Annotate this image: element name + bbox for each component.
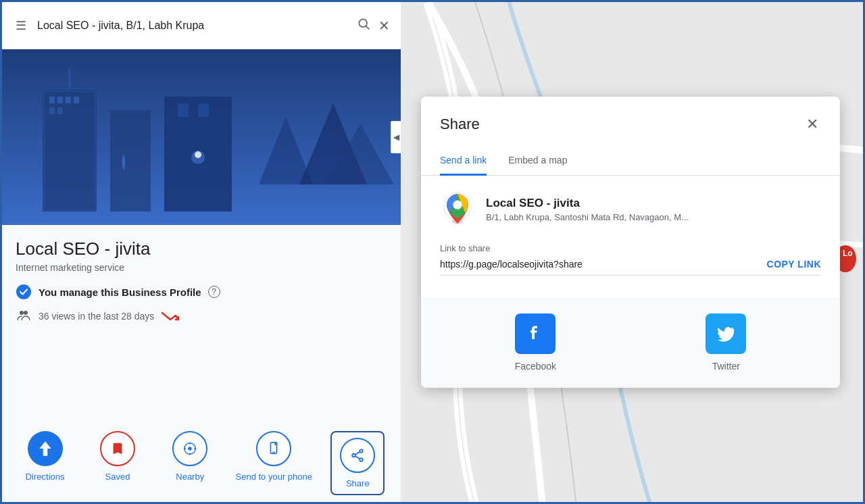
verified-badge-icon — [16, 284, 32, 300]
search-bar: ☰ ✕ — [2, 2, 401, 49]
svg-point-28 — [188, 447, 192, 451]
facebook-label: Facebook — [515, 361, 556, 372]
twitter-label: Twitter — [712, 361, 740, 372]
svg-point-34 — [360, 458, 364, 461]
place-details: Local SEO - jivita B/1, Labh Krupa, Sant… — [486, 197, 689, 222]
business-name: Local SEO - jivita — [16, 238, 387, 259]
send-to-phone-label: Send to your phone — [236, 472, 312, 482]
place-row: Local SEO - jivita B/1, Labh Krupa, Sant… — [440, 192, 821, 227]
close-search-icon[interactable]: ✕ — [378, 18, 390, 34]
nearby-button[interactable]: Nearby — [163, 431, 217, 495]
svg-point-26 — [20, 311, 24, 315]
saved-button[interactable]: Saved — [91, 431, 145, 495]
svg-point-3 — [359, 19, 367, 27]
twitter-icon — [706, 313, 746, 354]
directions-circle — [28, 431, 63, 466]
copy-link-button[interactable]: COPY LINK — [767, 259, 821, 270]
modal-close-button[interactable]: ✕ — [804, 113, 821, 136]
manage-profile-row: You manage this Business Profile ? — [16, 284, 387, 300]
link-url: https://g.page/localseojivita?share — [440, 259, 583, 270]
svg-point-27 — [24, 311, 28, 315]
saved-circle — [100, 431, 135, 466]
business-info: Local SEO - jivita Internet marketing se… — [2, 225, 401, 426]
views-text: 36 views in the last 28 days — [39, 311, 154, 322]
help-icon[interactable]: ? — [208, 286, 220, 298]
action-buttons: Directions Saved Nearby — [2, 426, 401, 504]
svg-point-33 — [353, 454, 356, 457]
social-footer: Facebook Twitter — [421, 297, 840, 388]
svg-rect-10 — [57, 97, 63, 103]
send-to-phone-button[interactable]: Send to your phone — [236, 431, 312, 495]
svg-line-35 — [355, 456, 360, 459]
tab-send-link[interactable]: Send a link — [440, 147, 487, 176]
svg-text:Lo: Lo — [843, 249, 853, 258]
link-section: Link to share https://g.page/localseojiv… — [440, 243, 821, 276]
share-circle — [340, 438, 375, 473]
send-to-phone-circle — [256, 431, 291, 466]
share-modal: Share ✕ Send a link Embed a map Local SE… — [421, 97, 840, 388]
svg-rect-13 — [49, 107, 55, 114]
link-row: https://g.page/localseojivita?share COPY… — [440, 259, 821, 276]
maps-pin-logo — [440, 192, 475, 227]
hamburger-icon[interactable]: ☰ — [13, 16, 29, 36]
svg-rect-9 — [49, 97, 55, 103]
svg-point-25 — [16, 284, 31, 299]
svg-line-36 — [355, 452, 360, 455]
views-row: 36 views in the last 28 days — [16, 308, 387, 324]
svg-rect-16 — [110, 110, 151, 211]
share-button[interactable]: Share — [330, 431, 385, 495]
facebook-icon — [515, 313, 555, 354]
svg-rect-11 — [66, 97, 71, 103]
manage-profile-text: You manage this Business Profile — [39, 286, 201, 298]
share-label: Share — [346, 478, 370, 488]
place-address: B/1, Labh Krupa, Santoshi Mata Rd, Navag… — [486, 212, 689, 222]
twitter-share-button[interactable]: Twitter — [706, 313, 746, 372]
saved-label: Saved — [105, 472, 130, 482]
modal-body: Local SEO - jivita B/1, Labh Krupa, Sant… — [421, 176, 840, 297]
place-name: Local SEO - jivita — [486, 197, 689, 210]
search-icon[interactable] — [357, 17, 370, 34]
svg-rect-18 — [178, 103, 189, 117]
modal-title: Share — [440, 116, 480, 133]
svg-point-32 — [360, 449, 364, 453]
trend-down-icon — [161, 310, 180, 322]
collapse-panel-button[interactable]: ◀ — [391, 121, 401, 153]
svg-line-4 — [366, 26, 370, 30]
link-label: Link to share — [440, 243, 821, 253]
modal-header: Share ✕ — [421, 97, 840, 136]
svg-rect-14 — [57, 107, 63, 114]
directions-button[interactable]: Directions — [18, 431, 72, 495]
svg-point-39 — [453, 201, 462, 209]
views-icon — [16, 308, 32, 324]
nearby-circle — [172, 431, 207, 466]
svg-rect-12 — [74, 97, 79, 103]
directions-label: Directions — [26, 472, 65, 482]
search-input[interactable] — [37, 20, 349, 32]
svg-point-21 — [195, 151, 201, 158]
business-type: Internet marketing service — [16, 262, 387, 273]
left-panel: ☰ ✕ — [2, 2, 401, 504]
nearby-label: Nearby — [176, 472, 204, 482]
hero-image: ◀ — [2, 49, 401, 225]
modal-tabs: Send a link Embed a map — [421, 147, 840, 176]
tab-embed-map[interactable]: Embed a map — [508, 147, 567, 176]
svg-rect-19 — [198, 103, 209, 117]
facebook-share-button[interactable]: Facebook — [515, 313, 556, 372]
